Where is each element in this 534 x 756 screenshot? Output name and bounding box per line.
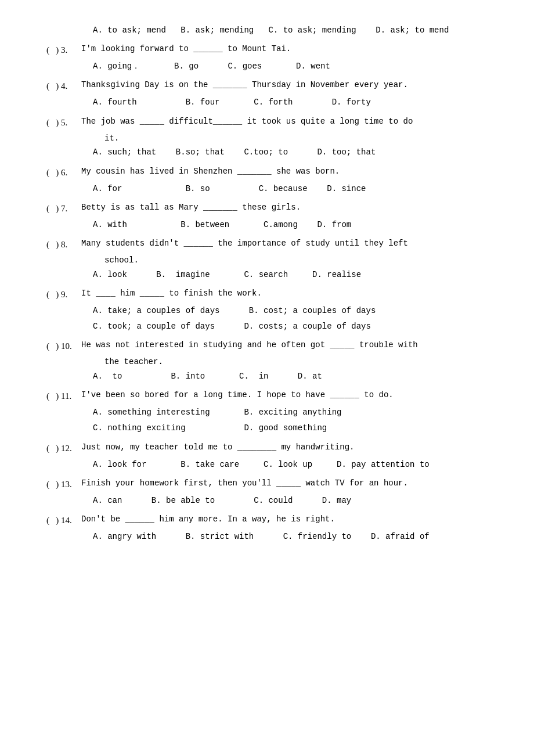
q11-line: ( ) 11. I've been so bored for a long ti… <box>46 388 499 404</box>
q9-text: It ____ him _____ to finish the work. <box>81 287 499 301</box>
question-14: ( ) 14. Don't be ______ him any more. In… <box>46 513 499 544</box>
question-6: ( ) 6. My cousin has lived in Shenzhen _… <box>46 165 499 196</box>
q3-options: A. going． B. go C. goes D. went <box>46 59 499 74</box>
q5-continuation: it. <box>46 132 499 146</box>
q5-text: The job was _____ difficult______ it too… <box>81 115 499 129</box>
q9-line: ( ) 9. It ____ him _____ to finish the w… <box>46 287 499 303</box>
question-8: ( ) 8. Many students didn't ______ the i… <box>46 237 499 282</box>
q10-text: He was not interested in studying and he… <box>81 339 499 352</box>
q14-line: ( ) 14. Don't be ______ him any more. In… <box>46 513 499 528</box>
q13-line: ( ) 13. Finish your homework first, then… <box>46 477 499 492</box>
question-12: ( ) 12. Just now, my teacher told me to … <box>46 441 499 472</box>
q12-text: Just now, my teacher told me to ________… <box>81 441 499 455</box>
q13-options: A. can B. be able to C. could D. may <box>46 494 499 508</box>
q9-bracket: ( ) 9. <box>46 287 81 303</box>
q6-text: My cousin has lived in Shenzhen _______ … <box>81 165 499 179</box>
q4-bracket: ( ) 4. <box>46 78 81 94</box>
q4-line: ( ) 4. Thanksgiving Day is on the ______… <box>46 78 499 94</box>
q3-text: I'm looking forward to ______ to Mount T… <box>81 42 499 56</box>
question-5: ( ) 5. The job was _____ difficult______… <box>46 115 499 160</box>
q3-line: ( ) 3. I'm looking forward to ______ to … <box>46 42 499 58</box>
top-options-text: A. to ask; mend B. ask; mending C. to as… <box>93 26 449 35</box>
q8-options: A. look B. imagine C. search D. realise <box>46 268 499 282</box>
q10-options: A. to B. into C. in D. at <box>46 369 499 384</box>
q11-options-c-d: C. nothing exciting D. good something <box>46 421 499 435</box>
q4-text: Thanksgiving Day is on the _______ Thurs… <box>81 78 499 92</box>
question-3: ( ) 3. I'm looking forward to ______ to … <box>46 42 499 74</box>
q14-bracket: ( ) 14. <box>46 513 81 528</box>
q3-bracket: ( ) 3. <box>46 42 81 58</box>
q8-bracket: ( ) 8. <box>46 237 81 253</box>
question-11: ( ) 11. I've been so bored for a long ti… <box>46 388 499 435</box>
q8-text: Many students didn't ______ the importan… <box>81 237 499 251</box>
q12-bracket: ( ) 12. <box>46 441 81 456</box>
q4-options: A. fourth B. four C. forth D. forty <box>46 95 499 110</box>
q10-line: ( ) 10. He was not interested in studyin… <box>46 339 499 354</box>
q11-text: I've been so bored for a long time. I ho… <box>81 388 499 402</box>
q13-bracket: ( ) 13. <box>46 477 81 492</box>
question-9: ( ) 9. It ____ him _____ to finish the w… <box>46 287 499 334</box>
question-13: ( ) 13. Finish your homework first, then… <box>46 477 499 508</box>
q5-bracket: ( ) 5. <box>46 115 81 131</box>
exam-content: A. to ask; mend B. ask; mending C. to as… <box>46 23 499 544</box>
q14-text: Don't be ______ him any more. In a way, … <box>81 513 499 527</box>
q9-options-a-b: A. take; a couples of days B. cost; a co… <box>46 304 499 318</box>
question-10: ( ) 10. He was not interested in studyin… <box>46 339 499 384</box>
q5-options: A. such; that B.so; that C.too; to D. to… <box>46 145 499 160</box>
q5-line: ( ) 5. The job was _____ difficult______… <box>46 115 499 131</box>
q7-options: A. with B. between C.among D. from <box>46 218 499 232</box>
q8-line: ( ) 8. Many students didn't ______ the i… <box>46 237 499 253</box>
q11-options-a-b: A. something interesting B. exciting any… <box>46 405 499 420</box>
q14-options: A. angry with B. strict with C. friendly… <box>46 530 499 544</box>
q6-line: ( ) 6. My cousin has lived in Shenzhen _… <box>46 165 499 181</box>
q12-options: A. look for B. take care C. look up D. p… <box>46 458 499 472</box>
q12-line: ( ) 12. Just now, my teacher told me to … <box>46 441 499 456</box>
q6-bracket: ( ) 6. <box>46 165 81 181</box>
q10-bracket: ( ) 10. <box>46 339 81 354</box>
q10-continuation: the teacher. <box>46 355 499 369</box>
question-7: ( ) 7. Betty is as tall as Mary _______ … <box>46 201 499 232</box>
q9-options-c-d: C. took; a couple of days D. costs; a co… <box>46 319 499 334</box>
top-options-row: A. to ask; mend B. ask; mending C. to as… <box>46 23 499 38</box>
q8-continuation: school. <box>46 254 499 268</box>
q13-text: Finish your homework first, then you'll … <box>81 477 499 491</box>
q7-line: ( ) 7. Betty is as tall as Mary _______ … <box>46 201 499 217</box>
q6-options: A. for B. so C. because D. since <box>46 182 499 196</box>
question-4: ( ) 4. Thanksgiving Day is on the ______… <box>46 78 499 110</box>
q7-bracket: ( ) 7. <box>46 201 81 217</box>
q11-bracket: ( ) 11. <box>46 388 81 404</box>
q7-text: Betty is as tall as Mary _______ these g… <box>81 201 499 215</box>
